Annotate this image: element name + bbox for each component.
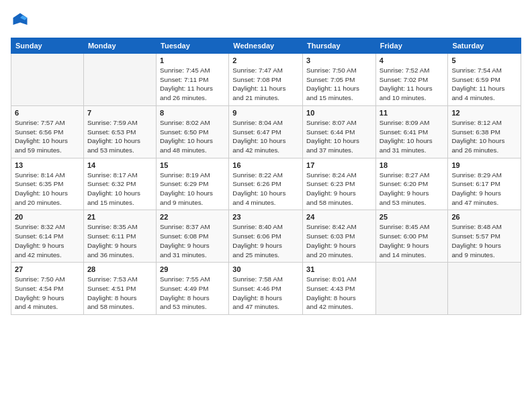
day-number: 20 bbox=[15, 213, 80, 221]
logo-icon bbox=[11, 11, 30, 30]
day-info: Sunrise: 7:53 AM Sunset: 4:51 PM Dayligh… bbox=[87, 275, 152, 312]
calendar-week-row: 20Sunrise: 8:32 AM Sunset: 6:14 PM Dayli… bbox=[11, 210, 521, 263]
day-number: 10 bbox=[306, 109, 372, 117]
day-info: Sunrise: 8:14 AM Sunset: 6:35 PM Dayligh… bbox=[15, 171, 80, 208]
day-number: 9 bbox=[232, 109, 299, 117]
day-number: 25 bbox=[380, 213, 445, 221]
calendar-cell: 27Sunrise: 7:50 AM Sunset: 4:54 PM Dayli… bbox=[11, 263, 84, 315]
calendar-cell: 14Sunrise: 8:17 AM Sunset: 6:32 PM Dayli… bbox=[83, 158, 156, 210]
weekday-header-tuesday: Tuesday bbox=[157, 38, 229, 54]
day-number: 5 bbox=[451, 56, 517, 64]
day-info: Sunrise: 8:29 AM Sunset: 6:17 PM Dayligh… bbox=[451, 171, 517, 208]
day-info: Sunrise: 8:01 AM Sunset: 4:43 PM Dayligh… bbox=[306, 275, 372, 312]
day-info: Sunrise: 7:57 AM Sunset: 6:56 PM Dayligh… bbox=[15, 118, 80, 155]
day-number: 30 bbox=[232, 265, 299, 273]
calendar-cell: 15Sunrise: 8:19 AM Sunset: 6:29 PM Dayli… bbox=[157, 158, 229, 210]
weekday-header-thursday: Thursday bbox=[303, 38, 376, 54]
calendar-cell: 4Sunrise: 7:52 AM Sunset: 7:02 PM Daylig… bbox=[375, 54, 448, 106]
day-info: Sunrise: 8:17 AM Sunset: 6:32 PM Dayligh… bbox=[87, 171, 152, 208]
day-number: 29 bbox=[160, 265, 225, 273]
calendar-table: SundayMondayTuesdayWednesdayThursdayFrid… bbox=[11, 38, 521, 315]
day-info: Sunrise: 8:22 AM Sunset: 6:26 PM Dayligh… bbox=[232, 171, 299, 208]
calendar-week-row: 1Sunrise: 7:45 AM Sunset: 7:11 PM Daylig… bbox=[11, 54, 521, 106]
calendar-cell: 30Sunrise: 7:58 AM Sunset: 4:46 PM Dayli… bbox=[229, 263, 303, 315]
day-info: Sunrise: 7:50 AM Sunset: 4:54 PM Dayligh… bbox=[15, 275, 80, 312]
day-info: Sunrise: 7:50 AM Sunset: 7:05 PM Dayligh… bbox=[306, 66, 372, 103]
day-number: 6 bbox=[15, 109, 80, 117]
day-number: 3 bbox=[306, 56, 372, 64]
day-number: 19 bbox=[451, 161, 517, 169]
weekday-header-saturday: Saturday bbox=[448, 38, 521, 54]
calendar-cell: 12Sunrise: 8:12 AM Sunset: 6:38 PM Dayli… bbox=[448, 105, 521, 158]
day-number: 7 bbox=[87, 109, 152, 117]
day-number: 14 bbox=[87, 161, 152, 169]
day-info: Sunrise: 7:52 AM Sunset: 7:02 PM Dayligh… bbox=[380, 66, 445, 103]
calendar-cell: 8Sunrise: 8:02 AM Sunset: 6:50 PM Daylig… bbox=[157, 105, 229, 158]
weekday-header-sunday: Sunday bbox=[11, 38, 84, 54]
calendar-cell: 29Sunrise: 7:55 AM Sunset: 4:49 PM Dayli… bbox=[157, 263, 229, 315]
calendar-cell: 26Sunrise: 8:48 AM Sunset: 5:57 PM Dayli… bbox=[448, 210, 521, 263]
day-info: Sunrise: 8:02 AM Sunset: 6:50 PM Dayligh… bbox=[160, 118, 225, 155]
calendar-cell: 21Sunrise: 8:35 AM Sunset: 6:11 PM Dayli… bbox=[83, 210, 156, 263]
calendar-cell: 28Sunrise: 7:53 AM Sunset: 4:51 PM Dayli… bbox=[83, 263, 156, 315]
day-number: 23 bbox=[232, 213, 299, 221]
day-info: Sunrise: 8:42 AM Sunset: 6:03 PM Dayligh… bbox=[306, 222, 372, 259]
calendar-cell: 19Sunrise: 8:29 AM Sunset: 6:17 PM Dayli… bbox=[448, 158, 521, 210]
day-number: 1 bbox=[160, 56, 225, 64]
day-info: Sunrise: 7:54 AM Sunset: 6:59 PM Dayligh… bbox=[451, 66, 517, 103]
day-info: Sunrise: 7:45 AM Sunset: 7:11 PM Dayligh… bbox=[160, 66, 225, 103]
day-number: 12 bbox=[451, 109, 517, 117]
calendar-cell bbox=[375, 263, 448, 315]
day-number: 31 bbox=[306, 265, 372, 273]
day-number: 15 bbox=[160, 161, 225, 169]
weekday-header-wednesday: Wednesday bbox=[229, 38, 303, 54]
calendar-cell bbox=[11, 54, 84, 106]
calendar-cell: 1Sunrise: 7:45 AM Sunset: 7:11 PM Daylig… bbox=[157, 54, 229, 106]
day-info: Sunrise: 8:24 AM Sunset: 6:23 PM Dayligh… bbox=[306, 171, 372, 208]
calendar-cell: 9Sunrise: 8:04 AM Sunset: 6:47 PM Daylig… bbox=[229, 105, 303, 158]
calendar-cell: 31Sunrise: 8:01 AM Sunset: 4:43 PM Dayli… bbox=[303, 263, 376, 315]
day-info: Sunrise: 7:58 AM Sunset: 4:46 PM Dayligh… bbox=[232, 275, 299, 312]
calendar-cell: 24Sunrise: 8:42 AM Sunset: 6:03 PM Dayli… bbox=[303, 210, 376, 263]
day-number: 27 bbox=[15, 265, 80, 273]
day-number: 21 bbox=[87, 213, 152, 221]
calendar-week-row: 6Sunrise: 7:57 AM Sunset: 6:56 PM Daylig… bbox=[11, 105, 521, 158]
day-info: Sunrise: 8:12 AM Sunset: 6:38 PM Dayligh… bbox=[451, 118, 517, 155]
day-number: 26 bbox=[451, 213, 517, 221]
day-number: 24 bbox=[306, 213, 372, 221]
calendar-cell bbox=[83, 54, 156, 106]
day-number: 16 bbox=[232, 161, 299, 169]
day-info: Sunrise: 8:35 AM Sunset: 6:11 PM Dayligh… bbox=[87, 222, 152, 259]
calendar-cell: 10Sunrise: 8:07 AM Sunset: 6:44 PM Dayli… bbox=[303, 105, 376, 158]
calendar-cell bbox=[448, 263, 521, 315]
weekday-header-friday: Friday bbox=[375, 38, 448, 54]
day-info: Sunrise: 7:55 AM Sunset: 4:49 PM Dayligh… bbox=[160, 275, 225, 312]
calendar-cell: 23Sunrise: 8:40 AM Sunset: 6:06 PM Dayli… bbox=[229, 210, 303, 263]
weekday-header-monday: Monday bbox=[83, 38, 156, 54]
calendar-cell: 25Sunrise: 8:45 AM Sunset: 6:00 PM Dayli… bbox=[375, 210, 448, 263]
calendar-cell: 17Sunrise: 8:24 AM Sunset: 6:23 PM Dayli… bbox=[303, 158, 376, 210]
day-info: Sunrise: 8:32 AM Sunset: 6:14 PM Dayligh… bbox=[15, 222, 80, 259]
calendar-cell: 5Sunrise: 7:54 AM Sunset: 6:59 PM Daylig… bbox=[448, 54, 521, 106]
calendar-cell: 13Sunrise: 8:14 AM Sunset: 6:35 PM Dayli… bbox=[11, 158, 84, 210]
calendar-cell: 22Sunrise: 8:37 AM Sunset: 6:08 PM Dayli… bbox=[157, 210, 229, 263]
day-number: 4 bbox=[380, 56, 445, 64]
day-info: Sunrise: 8:45 AM Sunset: 6:00 PM Dayligh… bbox=[380, 222, 445, 259]
day-number: 18 bbox=[380, 161, 445, 169]
calendar-header-row: SundayMondayTuesdayWednesdayThursdayFrid… bbox=[11, 38, 521, 54]
day-info: Sunrise: 7:59 AM Sunset: 6:53 PM Dayligh… bbox=[87, 118, 152, 155]
logo bbox=[11, 11, 32, 30]
day-number: 22 bbox=[160, 213, 225, 221]
day-info: Sunrise: 8:37 AM Sunset: 6:08 PM Dayligh… bbox=[160, 222, 225, 259]
day-info: Sunrise: 8:27 AM Sunset: 6:20 PM Dayligh… bbox=[380, 171, 445, 208]
page-header bbox=[11, 11, 521, 30]
calendar-week-row: 13Sunrise: 8:14 AM Sunset: 6:35 PM Dayli… bbox=[11, 158, 521, 210]
calendar-week-row: 27Sunrise: 7:50 AM Sunset: 4:54 PM Dayli… bbox=[11, 263, 521, 315]
day-info: Sunrise: 8:04 AM Sunset: 6:47 PM Dayligh… bbox=[232, 118, 299, 155]
day-info: Sunrise: 7:47 AM Sunset: 7:08 PM Dayligh… bbox=[232, 66, 299, 103]
calendar-cell: 18Sunrise: 8:27 AM Sunset: 6:20 PM Dayli… bbox=[375, 158, 448, 210]
day-number: 17 bbox=[306, 161, 372, 169]
calendar-cell: 6Sunrise: 7:57 AM Sunset: 6:56 PM Daylig… bbox=[11, 105, 84, 158]
calendar-cell: 2Sunrise: 7:47 AM Sunset: 7:08 PM Daylig… bbox=[229, 54, 303, 106]
calendar-cell: 11Sunrise: 8:09 AM Sunset: 6:41 PM Dayli… bbox=[375, 105, 448, 158]
